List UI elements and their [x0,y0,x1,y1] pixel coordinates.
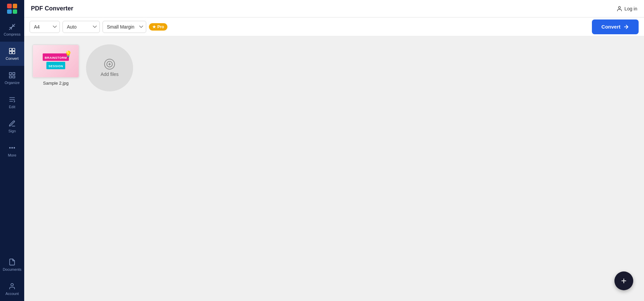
add-icon [104,59,115,70]
convert-button[interactable]: Convert [592,19,639,34]
svg-point-16 [11,284,13,286]
sidebar-item-sign[interactable]: Sign [0,114,24,138]
pro-badge: ★ Pro [149,23,167,31]
add-files-label: Add files [100,72,119,77]
organize-icon [8,71,16,79]
svg-rect-6 [9,73,11,75]
sidebar-item-documents[interactable]: Documents [0,253,24,277]
svg-rect-5 [12,51,15,54]
svg-rect-9 [13,76,15,78]
sidebar-item-edit-label: Edit [9,105,15,109]
user-icon [616,6,622,12]
sidebar-item-documents-label: Documents [3,267,22,271]
sidebar-item-organize-label: Organize [5,81,20,85]
sidebar-item-compress[interactable]: Compress [0,17,24,42]
convert-label: Convert [601,24,620,30]
sidebar-item-more-label: More [8,153,16,157]
convert-icon [8,47,16,55]
svg-rect-4 [9,51,12,54]
file-card[interactable]: 💡 BRAINSTORM SESSION Sample 2.jpg [32,44,79,86]
logo-green [13,9,17,14]
bulb-emoji: 💡 [65,50,72,58]
file-name: Sample 2.jpg [43,81,69,86]
star-icon: ★ [152,25,156,29]
margin-select[interactable]: Small Margin No Margin Large Margin [103,21,146,33]
orientation-select[interactable]: Auto Portrait Landscape [63,21,100,33]
svg-rect-7 [13,73,15,75]
sidebar-item-sign-label: Sign [8,129,16,133]
sidebar-item-convert[interactable]: Convert [0,42,24,66]
toolbar: A4 A3 Letter Legal Auto Portrait Landsca… [24,17,644,36]
svg-point-14 [12,147,13,148]
documents-icon [8,258,16,266]
svg-rect-3 [12,48,15,51]
pro-label: Pro [157,25,164,29]
page-title: PDF Converter [31,5,612,12]
add-files-wrapper: Add files [86,44,133,91]
login-button[interactable]: Log in [616,6,637,12]
content-area: 💡 BRAINSTORM SESSION Sample 2.jpg [24,36,644,301]
edit-icon [8,95,16,103]
account-icon [8,282,16,290]
sidebar-item-more[interactable]: More [0,138,24,163]
page-size-select[interactable]: A4 A3 Letter Legal [30,21,60,33]
topbar: PDF Converter Log in [24,0,644,17]
compress-icon [8,23,16,31]
svg-rect-2 [9,48,12,51]
svg-line-1 [9,26,13,30]
logo-red [7,4,12,8]
sidebar-item-compress-label: Compress [4,32,21,36]
file-thumbnail: 💡 BRAINSTORM SESSION [32,44,79,78]
add-files-button[interactable]: Add files [86,44,133,91]
login-label: Log in [625,6,637,11]
fab-button[interactable]: + [614,271,633,290]
sidebar: Compress Convert Organize [0,0,24,301]
files-row: 💡 BRAINSTORM SESSION Sample 2.jpg [32,44,636,91]
logo-blue [7,9,12,14]
thumb-subtitle-text: SESSION [48,64,63,68]
sidebar-item-organize[interactable]: Organize [0,66,24,90]
main-content: PDF Converter Log in A4 A3 Letter Legal … [24,0,644,301]
thumbnail-preview: 💡 BRAINSTORM SESSION [33,45,79,77]
more-icon [8,144,16,152]
app-logo[interactable] [0,0,24,17]
svg-rect-8 [9,76,11,78]
sidebar-item-edit[interactable]: Edit [0,90,24,114]
svg-point-17 [618,6,620,8]
svg-point-13 [9,147,10,148]
sidebar-item-convert-label: Convert [6,56,19,60]
sign-icon [8,120,16,128]
thumb-title-text: BRAINSTORM [45,56,67,59]
sidebar-account[interactable]: Account [0,277,24,301]
fab-icon: + [621,275,627,286]
logo-orange [13,4,17,8]
svg-point-15 [14,147,15,148]
arrow-right-icon [623,24,629,30]
sidebar-account-label: Account [5,292,19,296]
